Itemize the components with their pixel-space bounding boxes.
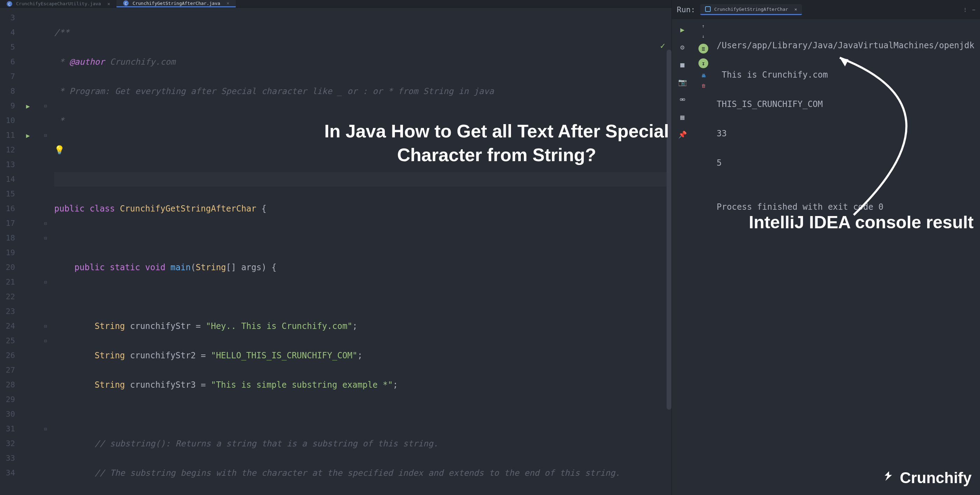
fold-markers: ⊟ ⊟ ⊟ ⊟ ⊟ ⊟ ⊟ ⊟ bbox=[37, 8, 54, 495]
fold-icon[interactable]: ⊟ bbox=[44, 279, 47, 285]
run-panel: Run: CrunchifyGetStringAfterChar × ⋮ — ▶… bbox=[671, 0, 980, 495]
dump-icon[interactable]: 📷 bbox=[676, 76, 689, 89]
fold-icon[interactable]: ⊟ bbox=[44, 103, 47, 109]
current-line bbox=[54, 172, 671, 187]
console-line: /Users/app/Library/Java/JavaVirtualMachi… bbox=[717, 38, 977, 53]
overlay-title: In Java How to Get all Text After Specia… bbox=[322, 119, 671, 167]
close-icon[interactable]: × bbox=[794, 6, 797, 12]
fold-icon[interactable]: ⊟ bbox=[44, 132, 47, 138]
application-icon bbox=[705, 6, 711, 12]
fold-icon[interactable]: ⊟ bbox=[44, 324, 47, 329]
logo-icon bbox=[882, 471, 896, 485]
code-area[interactable]: /** * @author Crunchify.com * Program: G… bbox=[54, 8, 671, 495]
settings-icon[interactable]: ⚙ bbox=[676, 41, 689, 54]
annotation-label: IntelliJ IDEA console result bbox=[749, 215, 974, 230]
comment: // substring(): Returns a string that is… bbox=[54, 439, 438, 449]
fold-icon[interactable]: ⊟ bbox=[44, 338, 47, 344]
pin-icon[interactable]: 📌 bbox=[676, 128, 689, 141]
editor-panel: C CrunchifyEscapeCharUtility.java × C Cr… bbox=[0, 0, 671, 495]
run-config-name: CrunchifyGetStringAfterChar bbox=[714, 6, 788, 12]
tab-crunchify-escape[interactable]: C CrunchifyEscapeCharUtility.java × bbox=[0, 0, 116, 7]
delete-icon[interactable]: 🗑 bbox=[701, 83, 706, 89]
logo-text: Crunchify bbox=[900, 469, 972, 487]
rerun-button[interactable]: ▶ bbox=[676, 24, 689, 36]
print-icon[interactable]: 🖶 bbox=[701, 73, 706, 78]
attach-icon[interactable]: ⚮ bbox=[676, 94, 689, 106]
fold-icon[interactable]: ⊟ bbox=[44, 426, 47, 432]
fold-icon[interactable]: ⊟ bbox=[44, 221, 47, 226]
run-config-tab[interactable]: CrunchifyGetStringAfterChar × bbox=[700, 4, 802, 15]
close-icon[interactable]: × bbox=[107, 1, 110, 6]
doc-comment: /** bbox=[54, 28, 69, 37]
tab-label: CrunchifyEscapeCharUtility.java bbox=[16, 1, 101, 6]
annotation-arrow bbox=[833, 54, 973, 222]
down-icon[interactable]: ↓ bbox=[702, 33, 705, 39]
java-class-icon: C bbox=[123, 0, 129, 6]
run-label: Run: bbox=[677, 5, 695, 14]
svg-text:C: C bbox=[125, 2, 127, 6]
console-output[interactable]: /Users/app/Library/Java/JavaVirtualMachi… bbox=[714, 19, 980, 495]
scrollbar[interactable] bbox=[667, 50, 671, 410]
bulb-icon[interactable]: 💡 bbox=[54, 145, 65, 155]
run-header: Run: CrunchifyGetStringAfterChar × ⋮ — bbox=[672, 0, 980, 19]
editor-body[interactable]: ✓ 345678 91011121314 151617181920 212223… bbox=[0, 8, 671, 495]
line-number-gutter: 345678 91011121314 151617181920 21222324… bbox=[0, 8, 19, 495]
up-icon[interactable]: ↑ bbox=[702, 24, 705, 29]
run-body: ▶ ⚙ ■ 📷 ⚮ ▦ 📌 ↑ ↓ ≡ ↧ 🖶 🗑 /Users/app/Lib… bbox=[672, 19, 980, 495]
java-class-icon: C bbox=[6, 1, 13, 7]
tab-label: CrunchifyGetStringAfterChar.java bbox=[132, 1, 220, 6]
editor-tabs: C CrunchifyEscapeCharUtility.java × C Cr… bbox=[0, 0, 671, 8]
stop-button[interactable]: ■ bbox=[676, 59, 689, 71]
wrap-icon[interactable]: ≡ bbox=[698, 44, 708, 54]
fold-gutter: ▶ ▶ bbox=[19, 8, 37, 495]
run-line-icon[interactable]: ▶ bbox=[26, 132, 30, 139]
more-icon[interactable]: ⋮ bbox=[963, 7, 967, 12]
crunchify-logo: Crunchify bbox=[882, 469, 972, 487]
svg-text:C: C bbox=[8, 2, 11, 6]
layout-icon[interactable]: ▦ bbox=[676, 111, 689, 124]
scroll-icon[interactable]: ↧ bbox=[698, 59, 708, 68]
comment: // The substring begins with the charact… bbox=[54, 468, 620, 478]
run-toolbar-left: ▶ ⚙ ■ 📷 ⚮ ▦ 📌 bbox=[672, 19, 693, 495]
run-line-icon[interactable]: ▶ bbox=[26, 102, 30, 110]
doc-comment: * Program: Get everything after Special … bbox=[54, 86, 494, 96]
run-toolbar-right: ↑ ↓ ≡ ↧ 🖶 🗑 bbox=[693, 19, 714, 495]
fold-icon[interactable]: ⊟ bbox=[44, 235, 47, 241]
svg-marker-4 bbox=[840, 58, 848, 67]
tab-crunchify-get-string[interactable]: C CrunchifyGetStringAfterChar.java × bbox=[116, 0, 236, 7]
minimize-icon[interactable]: — bbox=[972, 7, 975, 12]
close-icon[interactable]: × bbox=[227, 0, 229, 6]
